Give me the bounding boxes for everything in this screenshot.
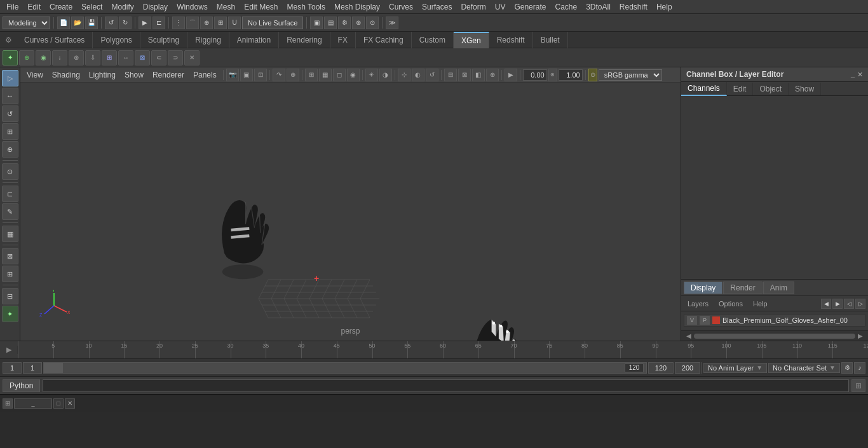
select-tool-icon[interactable]: ▶ — [139, 17, 151, 29]
python-run-icon[interactable]: ⊞ — [851, 379, 865, 392]
layer-options-btn[interactable]: Options — [715, 299, 747, 309]
menu-edit-mesh[interactable]: Edit Mesh — [240, 1, 281, 13]
soft-select-icon[interactable]: ⊙ — [2, 163, 18, 180]
vp-shade-icon[interactable]: ◐ — [412, 69, 424, 81]
rotate-tool-icon[interactable]: ↺ — [2, 105, 18, 122]
xgen-icon-3[interactable]: ◉ — [36, 50, 51, 65]
vp-menu-lighting[interactable]: Lighting — [85, 69, 119, 81]
char-set-selector[interactable]: No Character Set ▼ — [768, 363, 840, 373]
menu-curves[interactable]: Curves — [385, 1, 417, 13]
vp-transform-icon[interactable]: ⊕ — [287, 69, 299, 81]
shelf-gear-icon[interactable]: ⚙ — [0, 32, 17, 48]
xgen-icon-10[interactable]: ⊂ — [151, 50, 166, 65]
menu-cache[interactable]: Cache — [551, 1, 581, 13]
cb-tab-channels[interactable]: Channels — [681, 82, 727, 96]
menu-3dtoall[interactable]: 3DtoAll — [582, 1, 614, 13]
playback-settings-icon[interactable]: ⚙ — [841, 362, 853, 374]
python-tab[interactable]: Python — [3, 379, 40, 392]
window-app-icon[interactable]: ⊞ — [3, 398, 13, 409]
vp-hud-icon[interactable]: ⊟ — [444, 69, 457, 81]
menu-deform[interactable]: Deform — [457, 1, 489, 13]
workspace-selector[interactable]: Modeling — [3, 17, 50, 29]
layer-color-swatch[interactable] — [712, 316, 720, 324]
menu-windows[interactable]: Windows — [173, 1, 212, 13]
layer-row[interactable]: V P Black_Premium_Golf_Gloves_Asher_00 — [684, 314, 865, 327]
universal-manip-icon[interactable]: ⊕ — [2, 141, 18, 158]
xgen-icon-11[interactable]: ⊃ — [168, 50, 183, 65]
snap-point-icon[interactable]: ⊕ — [200, 17, 213, 29]
paint-select-icon[interactable]: ✎ — [2, 203, 18, 220]
menu-mesh[interactable]: Mesh — [213, 1, 239, 13]
ipr-icon[interactable]: ▤ — [324, 17, 337, 29]
menu-display[interactable]: Display — [139, 1, 172, 13]
tab-rendering[interactable]: Rendering — [279, 32, 330, 48]
char-set-dropdown-icon[interactable]: ▼ — [829, 364, 836, 371]
vp-loop-icon[interactable]: ↺ — [426, 69, 438, 81]
timeline[interactable]: ▶ 51015202530354045505560657075808590951… — [0, 341, 868, 358]
quick-layout-icon[interactable]: ⊟ — [2, 288, 18, 304]
tab-rigging[interactable]: Rigging — [187, 32, 229, 48]
vp-grid-icon[interactable]: ⊞ — [305, 69, 318, 81]
vp-cam-icon2[interactable]: ⊡ — [254, 69, 267, 81]
colorspace-select[interactable]: sRGB gamma — [599, 69, 662, 81]
layer-help-btn[interactable]: Help — [749, 299, 771, 309]
lasso-tool-icon[interactable]: ⊏ — [2, 186, 18, 202]
current-frame-field[interactable] — [23, 362, 42, 374]
tab-polygons[interactable]: Polygons — [93, 32, 140, 48]
anim-layer-dropdown-icon[interactable]: ▼ — [756, 364, 763, 371]
snap-view-icon[interactable]: ⊞ — [214, 17, 227, 29]
component-display-icon[interactable]: ▦ — [2, 226, 18, 242]
xgen-tool-icon[interactable]: ✦ — [2, 306, 18, 322]
playback-end-field[interactable] — [648, 362, 674, 374]
new-scene-icon[interactable]: 📄 — [57, 17, 70, 29]
tab-animation[interactable]: Animation — [229, 32, 279, 48]
python-input-field[interactable] — [43, 379, 849, 392]
vp-isolate-icon[interactable]: ⊠ — [458, 69, 471, 81]
menu-surfaces[interactable]: Surfaces — [418, 1, 456, 13]
save-scene-icon[interactable]: 💾 — [85, 17, 98, 29]
vp-obj-icon[interactable]: ▦ — [319, 69, 332, 81]
vp-lighting-icon[interactable]: ☀ — [365, 69, 378, 81]
exposure-icon[interactable]: ⊛ — [548, 69, 557, 81]
snap-curve-icon[interactable]: ⌒ — [186, 17, 199, 29]
layer-scroll-right-icon[interactable]: ▶ — [855, 332, 865, 339]
frame-start-field[interactable] — [3, 362, 22, 374]
magnet-icon[interactable]: U — [228, 17, 241, 29]
vp-menu-shading[interactable]: Shading — [48, 69, 84, 81]
vp-menu-view[interactable]: View — [23, 69, 47, 81]
fps-field[interactable] — [675, 362, 700, 374]
isolate-icon[interactable]: ⊠ — [2, 248, 18, 264]
menu-mesh-tools[interactable]: Mesh Tools — [283, 1, 329, 13]
tab-curves-surfaces[interactable]: Curves / Surfaces — [17, 32, 93, 48]
le-tab-display[interactable]: Display — [684, 282, 722, 294]
vp-menu-show[interactable]: Show — [121, 69, 147, 81]
vp-playblast-icon[interactable]: ▶ — [505, 69, 517, 81]
vp-menu-panels[interactable]: Panels — [189, 69, 220, 81]
xgen-icon-4[interactable]: ↓ — [52, 50, 67, 65]
menu-generate[interactable]: Generate — [510, 1, 550, 13]
vp-wire-icon[interactable]: ◻ — [333, 69, 346, 81]
sound-icon[interactable]: ♪ — [854, 362, 865, 374]
cb-close-btn[interactable]: ✕ — [857, 71, 863, 79]
menu-redshift[interactable]: Redshift — [616, 1, 651, 13]
layer-sort-down-icon[interactable]: ▶ — [832, 299, 843, 309]
layer-layers-btn[interactable]: Layers — [684, 299, 712, 309]
xgen-icon-1[interactable]: ✦ — [3, 50, 18, 65]
xgen-icon-5[interactable]: ⊛ — [69, 50, 84, 65]
cb-tab-object[interactable]: Object — [753, 83, 789, 95]
tab-fx-caching[interactable]: FX Caching — [356, 32, 412, 48]
render-icon[interactable]: ▣ — [310, 17, 323, 29]
select-mode-icon[interactable]: ▷ — [2, 70, 18, 86]
live-surface-button[interactable]: No Live Surface — [242, 17, 303, 29]
layer-scroll-track[interactable] — [694, 334, 855, 339]
layer-sort-bottom-icon[interactable]: ▷ — [855, 299, 865, 309]
anim-layer-selector[interactable]: No Anim Layer ▼ — [703, 363, 767, 373]
snap-grid-icon[interactable]: ⋮ — [172, 17, 185, 29]
fx-icon[interactable]: ⊛ — [352, 17, 365, 29]
range-end-field[interactable] — [625, 363, 644, 372]
light-editor-icon[interactable]: ⊙ — [366, 17, 379, 29]
lasso-select-icon[interactable]: ⊏ — [153, 17, 165, 29]
cb-tab-edit[interactable]: Edit — [727, 83, 754, 95]
layer-sort-up-icon[interactable]: ◀ — [821, 299, 831, 309]
show-hide-icon[interactable]: ≫ — [386, 17, 398, 29]
